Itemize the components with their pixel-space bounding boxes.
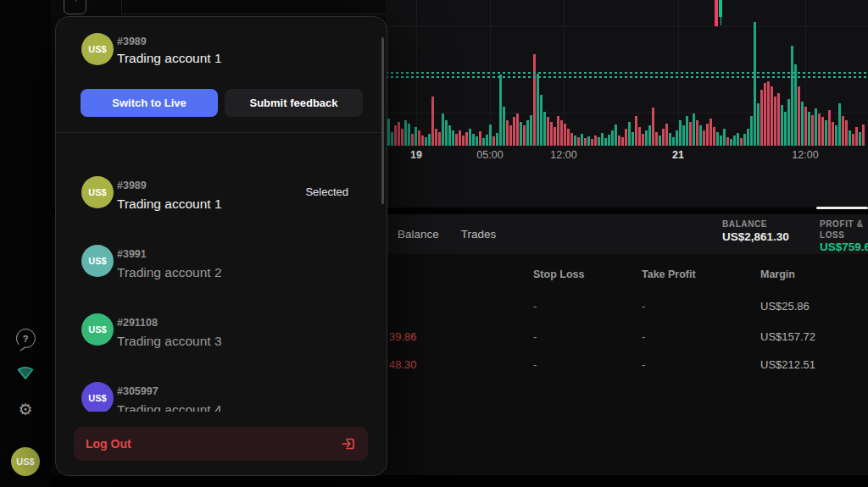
account-list-item[interactable]: US$#291108Trading account 3 bbox=[56, 296, 385, 364]
account-text: #305997Trading account 4 bbox=[117, 384, 222, 412]
volume-bar bbox=[621, 137, 624, 146]
volume-bar bbox=[523, 125, 526, 146]
list-scrollbar[interactable] bbox=[381, 37, 384, 204]
tab-balance[interactable]: Balance bbox=[398, 228, 439, 241]
volume-bar bbox=[737, 133, 739, 146]
volume-bar bbox=[431, 97, 434, 146]
volume-bar bbox=[537, 74, 539, 146]
panel-divider bbox=[56, 132, 385, 133]
volume-bar bbox=[391, 132, 393, 146]
tab-trades[interactable]: Trades bbox=[461, 228, 497, 241]
volume-bar bbox=[828, 110, 831, 146]
currency-avatar[interactable]: US$ bbox=[0, 447, 51, 476]
volume-bar bbox=[486, 135, 488, 146]
volume-bar bbox=[567, 129, 570, 146]
account-list-item[interactable]: US$#3989Trading account 1Selected bbox=[56, 158, 385, 227]
account-avatar: US$ bbox=[81, 176, 114, 208]
connection-status-icon[interactable] bbox=[0, 362, 51, 381]
table-cell: - bbox=[642, 300, 645, 313]
volume-bar bbox=[509, 125, 512, 146]
volume-bar bbox=[842, 116, 844, 146]
account-id: #3989 bbox=[117, 34, 222, 49]
volume-bar bbox=[760, 90, 763, 146]
switch-to-live-button[interactable]: Switch to Live bbox=[81, 89, 218, 117]
volume-bar bbox=[632, 132, 634, 146]
volume-bar bbox=[723, 129, 726, 146]
volume-bar bbox=[448, 125, 451, 146]
volume-bar bbox=[808, 112, 810, 146]
volume-bar bbox=[862, 125, 865, 146]
portfolio-tabbar: Balance Trades BALANCE US$2,861.30 PROFI… bbox=[386, 214, 868, 255]
account-list-item[interactable]: US$#3991Trading account 2 bbox=[56, 227, 385, 296]
table-cell: - bbox=[533, 358, 537, 371]
volume-bar bbox=[428, 134, 431, 146]
volume-bar bbox=[442, 113, 444, 146]
volume-bar bbox=[709, 119, 712, 146]
volume-bar bbox=[625, 129, 627, 146]
volume-bar bbox=[798, 86, 800, 146]
volume-bar bbox=[642, 134, 644, 146]
volume-bar bbox=[665, 124, 668, 146]
volume-bar bbox=[648, 125, 651, 146]
time-axis-label: 21 bbox=[672, 149, 684, 161]
logout-button[interactable]: Log Out bbox=[74, 427, 368, 461]
account-avatar: US$ bbox=[81, 313, 114, 346]
volume-bar bbox=[825, 120, 827, 146]
volume-bar bbox=[584, 138, 587, 146]
volume-bar bbox=[855, 127, 858, 146]
account-switcher-panel: US$ #3989 Trading account 1 Switch to Li… bbox=[55, 16, 387, 476]
volume-bar bbox=[472, 134, 475, 146]
volume-bar bbox=[652, 108, 654, 146]
volume-bar bbox=[787, 99, 790, 146]
volume-bar bbox=[804, 107, 807, 146]
volume-bar bbox=[754, 22, 756, 146]
volume-bar bbox=[655, 132, 658, 146]
volume-bar bbox=[564, 124, 566, 146]
volume-bar bbox=[747, 129, 749, 146]
profit-loss-summary: PROFIT & LOSS US$759.6 bbox=[820, 219, 868, 255]
volume-bar bbox=[557, 116, 559, 146]
volume-bar bbox=[618, 136, 620, 146]
balance-label: BALANCE bbox=[722, 219, 789, 230]
price-volume-chart[interactable]: 1905:0012:002112:00 bbox=[386, 0, 868, 208]
volume-bar bbox=[726, 137, 729, 146]
volume-bar bbox=[638, 127, 641, 146]
volume-bar bbox=[767, 81, 770, 146]
volume-bar bbox=[533, 54, 536, 146]
volume-bar bbox=[845, 120, 848, 146]
volume-bar bbox=[676, 130, 678, 146]
table-cell: US$157.72 bbox=[760, 330, 815, 343]
volume-bar bbox=[408, 124, 410, 146]
logout-icon bbox=[340, 435, 357, 452]
table-cell: US$212.51 bbox=[760, 358, 815, 371]
volume-bar bbox=[659, 136, 661, 146]
bookmark-layout-icon[interactable] bbox=[64, 0, 86, 14]
volume-bar bbox=[465, 132, 468, 146]
volume-bar bbox=[757, 103, 760, 146]
volume-bar bbox=[577, 137, 580, 146]
submit-feedback-button[interactable]: Submit feedback bbox=[225, 89, 363, 117]
balance-summary: BALANCE US$2,861.30 bbox=[722, 219, 789, 244]
volume-bar bbox=[720, 136, 722, 146]
volume-bar bbox=[435, 129, 437, 146]
time-axis-label: 05:00 bbox=[476, 149, 503, 161]
volume-bar bbox=[716, 132, 719, 146]
account-list[interactable]: US$#3989Trading account 1SelectedUS$#399… bbox=[56, 144, 385, 412]
volume-bar bbox=[686, 116, 688, 146]
volume-bar bbox=[554, 127, 556, 146]
volume-bar bbox=[771, 86, 773, 146]
account-list-item[interactable]: US$#305997Trading account 4 bbox=[56, 364, 385, 412]
volume-bar bbox=[859, 132, 861, 146]
volume-bar bbox=[526, 120, 529, 146]
volume-bar bbox=[418, 130, 420, 146]
settings-icon[interactable]: ⚙ bbox=[0, 401, 51, 418]
help-icon[interactable]: ? bbox=[0, 329, 51, 348]
toolbar-divider bbox=[121, 14, 386, 14]
volume-bar bbox=[615, 125, 617, 146]
account-id: #3989 bbox=[117, 178, 222, 194]
volume-bar bbox=[425, 137, 427, 146]
account-avatar: US$ bbox=[81, 245, 114, 277]
column-take-profit: Take Profit bbox=[642, 268, 696, 280]
volume-bar bbox=[672, 137, 675, 146]
account-name: Trading account 4 bbox=[117, 400, 222, 412]
